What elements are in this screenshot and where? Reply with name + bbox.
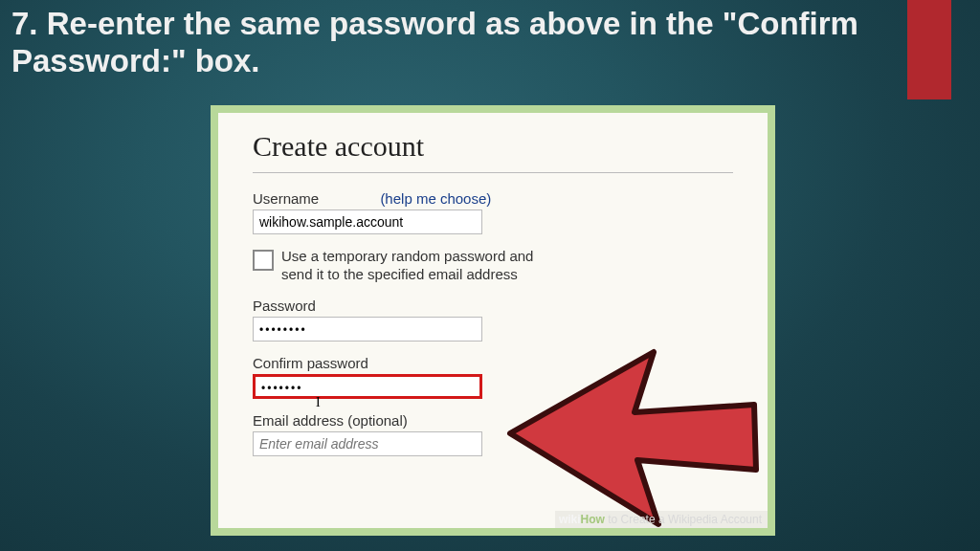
form-screenshot-panel: Create account Username (help me choose)…	[211, 105, 775, 536]
form-inner: Create account Username (help me choose)…	[218, 113, 768, 528]
password-row: Password ••••••••	[253, 298, 733, 342]
confirm-password-label: Confirm password	[253, 355, 733, 371]
caption-rest: to Create a Wikipedia Account	[605, 513, 762, 526]
step-number: 7.	[11, 6, 38, 41]
username-input[interactable]	[253, 209, 482, 234]
slide-title: 7. Re-enter the same password as above i…	[11, 6, 913, 80]
caption-wiki: wiki	[559, 513, 581, 526]
username-row: Username (help me choose)	[253, 190, 733, 234]
email-row: Email address (optional)	[253, 412, 733, 456]
email-label: Email address (optional)	[253, 412, 733, 429]
temp-password-label: Use a temporary random password and send…	[281, 248, 559, 284]
confirm-password-row: Confirm password ••••••• I	[253, 355, 733, 399]
slide: 7. Re-enter the same password as above i…	[0, 0, 980, 551]
accent-tab	[907, 0, 951, 99]
temp-password-row: Use a temporary random password and send…	[253, 248, 733, 284]
username-label-line: Username (help me choose)	[253, 190, 733, 207]
confirm-password-wrap: ••••••• I	[253, 374, 733, 399]
form-heading: Create account	[253, 130, 733, 163]
username-label: Username	[253, 190, 319, 207]
confirm-password-input[interactable]: •••••••	[253, 374, 482, 399]
wikihow-caption: wikiHow to Create a Wikipedia Account	[555, 511, 768, 528]
password-label: Password	[253, 298, 733, 314]
email-input[interactable]	[253, 431, 482, 456]
caption-how: How	[581, 513, 605, 526]
password-input[interactable]: ••••••••	[253, 317, 482, 342]
divider	[253, 172, 733, 173]
help-me-choose-link[interactable]: (help me choose)	[380, 190, 491, 207]
temp-password-checkbox[interactable]	[253, 250, 274, 271]
step-instruction: Re-enter the same password as above in t…	[11, 6, 858, 78]
